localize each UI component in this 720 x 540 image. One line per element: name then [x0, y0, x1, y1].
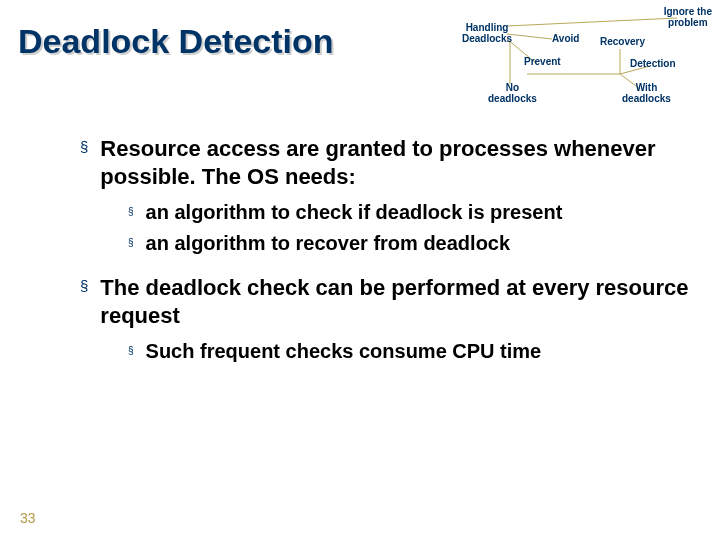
bullet-icon: §: [128, 345, 134, 364]
bullet-text: The deadlock check can be performed at e…: [100, 274, 690, 329]
diagram-detection-label: Detection: [630, 58, 676, 69]
diagram-avoid-label: Avoid: [552, 33, 579, 44]
concept-diagram: Handling Deadlocks Ignore the problem Av…: [452, 4, 712, 109]
bullet-icon: §: [80, 138, 88, 190]
list-item: § The deadlock check can be performed at…: [80, 274, 690, 329]
diagram-recovery-label: Recovery: [600, 36, 645, 47]
bullet-text: an algorithm to check if deadlock is pre…: [146, 200, 563, 225]
list-item: § Such frequent checks consume CPU time: [128, 339, 690, 364]
sub-list: § Such frequent checks consume CPU time: [128, 339, 690, 364]
svg-line-0: [507, 34, 552, 39]
bullet-icon: §: [80, 277, 88, 329]
content-area: § Resource access are granted to process…: [80, 135, 690, 382]
slide-number: 33: [20, 510, 36, 526]
bullet-text: Such frequent checks consume CPU time: [146, 339, 542, 364]
list-item: § an algorithm to recover from deadlock: [128, 231, 690, 256]
diagram-root-label: Handling Deadlocks: [462, 22, 512, 44]
diagram-ignore-label: Ignore the problem: [664, 6, 712, 28]
diagram-no-deadlocks-label: No deadlocks: [488, 82, 537, 104]
bullet-text: an algorithm to recover from deadlock: [146, 231, 511, 256]
list-item: § an algorithm to check if deadlock is p…: [128, 200, 690, 225]
list-item: § Resource access are granted to process…: [80, 135, 690, 190]
page-title: Deadlock Detection: [18, 22, 334, 61]
sub-list: § an algorithm to check if deadlock is p…: [128, 200, 690, 256]
diagram-prevent-label: Prevent: [524, 56, 561, 67]
bullet-icon: §: [128, 206, 134, 225]
bullet-text: Resource access are granted to processes…: [100, 135, 690, 190]
diagram-with-deadlocks-label: With deadlocks: [622, 82, 671, 104]
bullet-icon: §: [128, 237, 134, 256]
svg-line-2: [507, 18, 677, 26]
